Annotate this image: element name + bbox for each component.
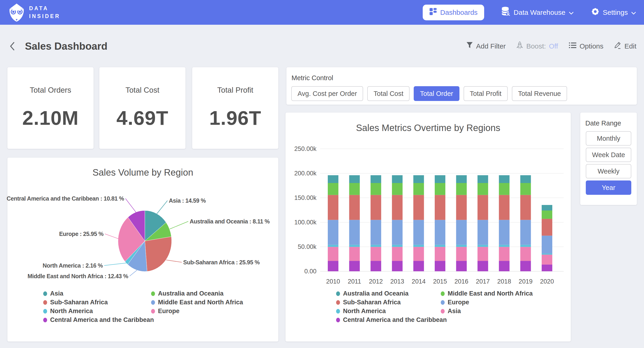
legend-item-north-america[interactable]: North America [336, 307, 386, 315]
bar-segment-central-america-and-the-caribbean-2017[interactable] [478, 261, 488, 271]
bar-segment-asia-2010[interactable] [328, 247, 338, 261]
bar-segment-europe-2013[interactable] [392, 220, 402, 245]
bar-segment-australia-and-oceania-2018[interactable] [499, 175, 510, 183]
bar-segment-north-america-2015[interactable] [435, 245, 445, 247]
bar-segment-asia-2020[interactable] [542, 255, 552, 265]
bar-segment-central-america-and-the-caribbean-2015[interactable] [435, 261, 445, 271]
bar-segment-sub-saharan-africa-2019[interactable] [520, 195, 531, 220]
bar-segment-central-america-and-the-caribbean-2016[interactable] [456, 261, 467, 271]
bar-segment-central-america-and-the-caribbean-2012[interactable] [370, 261, 381, 271]
bar-segment-europe-2012[interactable] [370, 220, 381, 245]
bar-segment-central-america-and-the-caribbean-2018[interactable] [499, 261, 510, 271]
bar-segment-sub-saharan-africa-2014[interactable] [413, 195, 424, 220]
bar-segment-europe-2011[interactable] [349, 220, 360, 245]
legend-item-north-america[interactable]: North America [43, 307, 93, 315]
bar-segment-australia-and-oceania-2016[interactable] [456, 175, 467, 183]
bar-segment-north-america-2012[interactable] [370, 245, 381, 247]
bar-segment-north-america-2017[interactable] [478, 245, 488, 247]
bar-segment-sub-saharan-africa-2012[interactable] [370, 195, 381, 220]
bar-segment-europe-2018[interactable] [499, 220, 510, 245]
bar-segment-asia-2012[interactable] [370, 247, 381, 261]
legend-item-australia-and-oceania[interactable]: Australia and Oceania [336, 290, 408, 297]
bar-segment-north-america-2016[interactable] [456, 245, 467, 247]
bar-segment-north-america-2011[interactable] [349, 245, 360, 247]
bar-segment-north-america-2014[interactable] [413, 245, 424, 247]
bar-segment-sub-saharan-africa-2016[interactable] [456, 195, 467, 220]
legend-item-middle-east-and-north-africa[interactable]: Middle East and North Africa [441, 290, 533, 297]
legend-item-europe[interactable]: Europe [151, 307, 180, 315]
bar-segment-middle-east-and-north-africa-2018[interactable] [499, 183, 510, 195]
bar-segment-europe-2019[interactable] [520, 220, 531, 245]
bar-segment-north-america-2013[interactable] [392, 245, 402, 247]
date-range-button-monthly[interactable]: Monthly [586, 131, 631, 146]
bar-segment-australia-and-oceania-2015[interactable] [435, 175, 445, 183]
bar-segment-australia-and-oceania-2012[interactable] [370, 175, 381, 183]
metric-button-total-revenue[interactable]: Total Revenue [512, 86, 567, 101]
bar-segment-north-america-2019[interactable] [520, 245, 531, 247]
bar-segment-asia-2011[interactable] [349, 247, 360, 261]
bar-segment-middle-east-and-north-africa-2019[interactable] [520, 183, 531, 195]
bar-segment-central-america-and-the-caribbean-2019[interactable] [520, 261, 531, 271]
date-range-button-weekly[interactable]: Weekly [586, 164, 631, 178]
metric-button-total-cost[interactable]: Total Cost [367, 86, 410, 101]
legend-item-asia[interactable]: Asia [441, 307, 461, 315]
bar-segment-middle-east-and-north-africa-2016[interactable] [456, 183, 467, 195]
bar-segment-middle-east-and-north-africa-2015[interactable] [435, 183, 445, 195]
metric-button-total-order[interactable]: Total Order [414, 86, 459, 101]
bar-segment-middle-east-and-north-africa-2014[interactable] [413, 183, 424, 195]
bar-segment-europe-2014[interactable] [413, 220, 424, 245]
bar-segment-australia-and-oceania-2014[interactable] [413, 175, 424, 183]
bar-segment-asia-2014[interactable] [413, 247, 424, 261]
bar-segment-australia-and-oceania-2020[interactable] [542, 205, 552, 210]
bar-segment-sub-saharan-africa-2013[interactable] [392, 195, 402, 220]
legend-item-central-america-and-the-caribbean[interactable]: Central America and the Caribbean [43, 316, 154, 323]
metric-button-avg-cost-per-order[interactable]: Avg. Cost per Order [291, 86, 363, 101]
bar-segment-sub-saharan-africa-2020[interactable] [542, 219, 552, 236]
date-range-button-week-date[interactable]: Week Date [586, 148, 631, 162]
legend-item-europe[interactable]: Europe [441, 299, 469, 306]
metric-button-total-profit[interactable]: Total Profit [464, 86, 508, 101]
add-filter-button[interactable]: Add Filter [466, 42, 506, 51]
bar-segment-australia-and-oceania-2017[interactable] [478, 175, 488, 183]
bar-segment-australia-and-oceania-2019[interactable] [520, 175, 531, 183]
bar-segment-middle-east-and-north-africa-2011[interactable] [349, 183, 360, 195]
legend-item-central-america-and-the-caribbean[interactable]: Central America and the Caribbean [336, 316, 447, 323]
legend-item-asia[interactable]: Asia [43, 290, 63, 297]
bar-segment-middle-east-and-north-africa-2020[interactable] [542, 210, 552, 219]
bar-segment-central-america-and-the-caribbean-2010[interactable] [328, 261, 338, 271]
bar-segment-europe-2015[interactable] [435, 220, 445, 245]
options-button[interactable]: Options [569, 42, 603, 50]
bar-segment-middle-east-and-north-africa-2013[interactable] [392, 183, 402, 195]
nav-dashboards[interactable]: Dashboards [423, 5, 484, 20]
nav-settings[interactable]: Settings [591, 7, 636, 18]
edit-button[interactable]: Edit [614, 41, 636, 51]
bar-segment-asia-2017[interactable] [478, 247, 488, 261]
bar-segment-central-america-and-the-caribbean-2013[interactable] [392, 261, 402, 271]
date-range-button-year[interactable]: Year [586, 180, 631, 195]
boost-toggle[interactable]: Boost: Off [516, 41, 558, 51]
bar-segment-central-america-and-the-caribbean-2020[interactable] [542, 265, 552, 271]
bar-segment-central-america-and-the-caribbean-2011[interactable] [349, 261, 360, 271]
bar-segment-europe-2020[interactable] [542, 236, 552, 253]
bar-segment-middle-east-and-north-africa-2012[interactable] [370, 183, 381, 195]
bar-segment-europe-2010[interactable] [328, 220, 338, 245]
legend-item-middle-east-and-north-africa[interactable]: Middle East and North Africa [151, 299, 243, 306]
bar-segment-australia-and-oceania-2013[interactable] [392, 175, 402, 183]
bar-segment-europe-2017[interactable] [478, 220, 488, 245]
bar-segment-sub-saharan-africa-2017[interactable] [478, 195, 488, 220]
bar-segment-asia-2019[interactable] [520, 247, 531, 261]
bar-segment-central-america-and-the-caribbean-2014[interactable] [413, 261, 424, 271]
bar-segment-australia-and-oceania-2010[interactable] [328, 175, 338, 183]
bar-segment-middle-east-and-north-africa-2017[interactable] [478, 183, 488, 195]
bar-segment-asia-2018[interactable] [499, 247, 510, 261]
bar-segment-north-america-2018[interactable] [499, 245, 510, 247]
bar-segment-europe-2016[interactable] [456, 220, 467, 245]
bar-segment-asia-2013[interactable] [392, 247, 402, 261]
bar-segment-asia-2015[interactable] [435, 247, 445, 261]
pie-slice-sub-saharan-africa[interactable] [145, 237, 172, 271]
bar-segment-sub-saharan-africa-2015[interactable] [435, 195, 445, 220]
legend-item-sub-saharan-africa[interactable]: Sub-Saharan Africa [336, 299, 401, 306]
bar-segment-asia-2016[interactable] [456, 247, 467, 261]
bar-segment-north-america-2010[interactable] [328, 245, 338, 247]
bar-segment-sub-saharan-africa-2018[interactable] [499, 195, 510, 220]
